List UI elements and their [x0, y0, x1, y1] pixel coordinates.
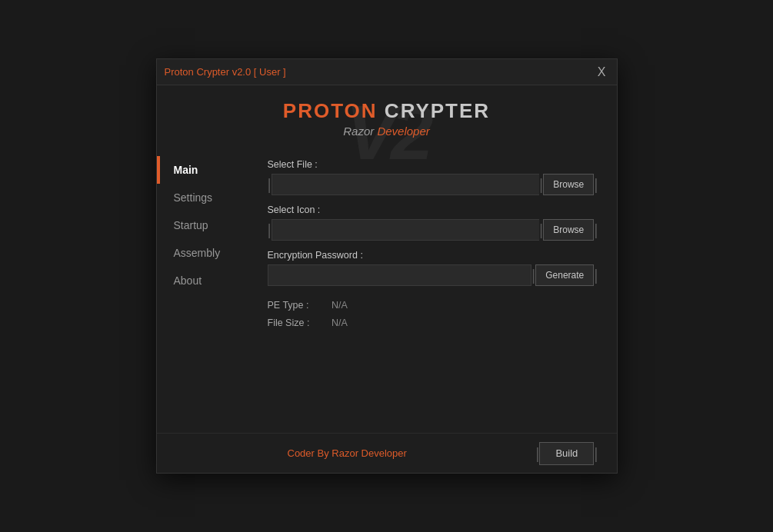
main-panel: Select File : | | Browse | Select Icon :…	[257, 148, 617, 451]
title-bar: Proton Crypter v2.0 [ User ] X	[157, 59, 617, 85]
close-button[interactable]: X	[595, 65, 609, 80]
pipe-end-password: |	[594, 268, 598, 283]
file-size-value: N/A	[332, 318, 348, 328]
select-file-input-group: | | Browse |	[268, 174, 598, 195]
footer-credit: Coder By Razor Developer	[288, 447, 407, 459]
generate-button[interactable]: Generate	[535, 264, 594, 286]
pipe-end-icon: |	[594, 222, 598, 238]
browse-icon-button[interactable]: Browse	[543, 219, 594, 241]
logo-razor: Razor	[343, 125, 377, 138]
logo-developer: Developer	[377, 125, 429, 138]
pipe-right-build: |	[594, 446, 598, 461]
sidebar-item-startup[interactable]: Startup	[157, 211, 257, 239]
build-button-wrapper: | Build |	[535, 442, 598, 465]
logo-subtitle: Razor Developer	[157, 125, 617, 138]
content-area: Main Settings Startup Assembly About Sel…	[157, 148, 617, 451]
logo-crypter: CRYPTER	[378, 99, 491, 122]
pe-type-value: N/A	[332, 300, 348, 311]
footer: Coder By Razor Developer | Build |	[157, 433, 617, 473]
select-file-label: Select File :	[268, 159, 598, 170]
file-size-row: File Size : N/A	[268, 314, 598, 332]
pe-type-label: PE Type :	[268, 297, 329, 314]
pe-type-row: PE Type : N/A	[268, 297, 598, 314]
file-size-label: File Size :	[268, 314, 329, 332]
sidebar-item-about[interactable]: About	[157, 267, 257, 294]
encryption-password-input[interactable]: 流克尺氏馬	[268, 264, 532, 286]
sidebar: Main Settings Startup Assembly About	[157, 148, 257, 451]
sidebar-item-main[interactable]: Main	[157, 156, 257, 184]
sidebar-item-assembly[interactable]: Assembly	[157, 239, 257, 267]
sidebar-item-settings[interactable]: Settings	[157, 184, 257, 211]
select-icon-row: Select Icon : | | Browse |	[268, 204, 598, 241]
window-title: Proton Crypter v2.0 [ User ]	[165, 66, 286, 78]
select-file-input[interactable]	[272, 174, 539, 195]
select-file-row: Select File : | | Browse |	[268, 159, 598, 195]
logo-proton: PROTON	[283, 99, 378, 122]
select-icon-input-group: | | Browse |	[268, 219, 598, 241]
select-icon-input[interactable]	[272, 219, 539, 241]
encryption-password-row: Encryption Password : 流克尺氏馬 | Generate |	[268, 250, 598, 286]
info-section: PE Type : N/A File Size : N/A	[268, 297, 598, 331]
header-logo: V2 PROTON CRYPTER Razor Developer	[157, 85, 617, 148]
encryption-password-input-group: 流克尺氏馬 | Generate |	[268, 264, 598, 286]
build-button[interactable]: Build	[539, 442, 594, 465]
app-window: Proton Crypter v2.0 [ User ] X V2 PROTON…	[156, 58, 618, 474]
select-icon-label: Select Icon :	[268, 204, 598, 215]
pipe-end-file: |	[594, 177, 598, 192]
logo-title: PROTON CRYPTER	[157, 99, 617, 123]
encryption-password-label: Encryption Password :	[268, 250, 598, 261]
browse-file-button[interactable]: Browse	[543, 174, 594, 195]
